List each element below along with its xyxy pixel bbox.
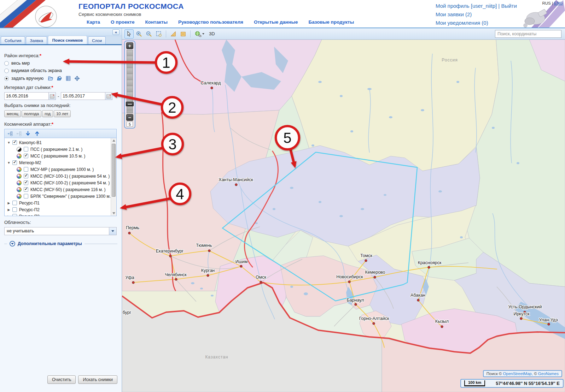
checkbox[interactable] bbox=[24, 194, 28, 198]
arrow-down-icon[interactable] bbox=[25, 131, 31, 136]
additional-params-toggle[interactable]: Дополнительные параметры bbox=[4, 241, 117, 247]
city-dot bbox=[428, 266, 430, 268]
expand-node-icon[interactable]: ▶ bbox=[7, 215, 11, 216]
roi-option-видимая область экрана[interactable]: видимая область экрана bbox=[4, 68, 117, 73]
radio-button[interactable] bbox=[4, 76, 9, 81]
tree-item[interactable]: КМСС (МСУ-50) ( разрешение 116 м. ) bbox=[6, 186, 116, 193]
checkbox[interactable] bbox=[12, 160, 17, 165]
map-canvas[interactable]: РоссияКазахстан СалехардХанты-МансийскПе… bbox=[122, 40, 565, 392]
zoom-extent-tool-icon[interactable] bbox=[154, 29, 163, 38]
zoom-in-tool-icon[interactable] bbox=[134, 29, 144, 38]
radio-button[interactable] bbox=[4, 69, 9, 73]
cloudiness-select[interactable]: не учитывать bbox=[4, 227, 117, 235]
scrollbar-thumb[interactable] bbox=[112, 144, 116, 197]
openstreetmap-link[interactable]: OpenStreetMap, bbox=[503, 372, 533, 376]
nav-link[interactable]: Руководство пользователя bbox=[178, 19, 243, 25]
arrow-up-icon[interactable] bbox=[34, 131, 40, 136]
zoom-slider-handle[interactable] bbox=[126, 102, 134, 106]
pan-select-tool-icon[interactable] bbox=[124, 29, 134, 38]
period-button-полгода[interactable]: полгода bbox=[22, 110, 41, 117]
checkbox[interactable] bbox=[24, 154, 28, 158]
tree-item[interactable]: ▶Ресурс-П2 bbox=[6, 206, 116, 213]
measure-area-tool-icon[interactable] bbox=[179, 29, 188, 38]
city-dot bbox=[441, 326, 443, 328]
tab-События[interactable]: События bbox=[1, 36, 25, 44]
chevron-down-icon[interactable] bbox=[10, 241, 15, 247]
tree-item[interactable]: МСУ-МР ( разрешение 1000 м. ) bbox=[6, 166, 116, 173]
checkbox[interactable] bbox=[12, 207, 17, 212]
collapse-node-icon[interactable]: ▼ bbox=[7, 161, 11, 165]
lang-eng[interactable]: ENG bbox=[554, 1, 563, 5]
tree-item[interactable]: ПСС ( разрешение 2.1 м. ) bbox=[6, 146, 116, 153]
map-search-input[interactable] bbox=[495, 30, 561, 38]
draw-polygon-icon[interactable] bbox=[57, 76, 62, 81]
nav-link[interactable]: Базовые продукты bbox=[308, 19, 354, 25]
tree-scrollbar[interactable] bbox=[111, 138, 116, 216]
expand-node-icon[interactable]: ▶ bbox=[7, 201, 11, 205]
tab-Поиск снимков[interactable]: Поиск снимков bbox=[48, 36, 87, 44]
checkbox[interactable] bbox=[12, 201, 17, 205]
lang-rus[interactable]: RUS bbox=[542, 1, 551, 5]
nav-link[interactable]: Открытые данные bbox=[254, 19, 298, 25]
tab-Заявка[interactable]: Заявка bbox=[26, 36, 47, 44]
header-nav: КартаО проектеКонтактыРуководство пользо… bbox=[87, 19, 354, 25]
clear-button[interactable]: Очистить bbox=[47, 375, 76, 384]
collapse-all-icon[interactable] bbox=[16, 131, 22, 136]
tree-item[interactable]: КМСС (МСУ-100-2) ( разрешение 54 м. ) bbox=[6, 179, 116, 186]
period-button-месяц[interactable]: месяц bbox=[4, 110, 21, 117]
zoom-out-button[interactable]: − bbox=[126, 114, 133, 121]
basemap-link-tool-icon[interactable] bbox=[193, 29, 206, 38]
tab-Слои[interactable]: Слои bbox=[88, 36, 106, 44]
roi-option-весь мир[interactable]: весь мир bbox=[4, 61, 117, 66]
zoom-out-tool-icon[interactable] bbox=[144, 29, 153, 38]
tree-item[interactable]: ▶Ресурс-П3 bbox=[6, 213, 116, 216]
nav-link[interactable]: Карта bbox=[87, 19, 100, 25]
chevron-down-icon[interactable] bbox=[109, 227, 116, 235]
tree-item[interactable]: МСС ( разрешение 10.5 м. ) bbox=[6, 153, 116, 159]
nav-link[interactable]: Контакты bbox=[145, 19, 168, 25]
expand-node-icon[interactable]: ▶ bbox=[7, 208, 11, 212]
collapse-node-icon[interactable]: ▼ bbox=[7, 141, 11, 144]
zoom-in-button[interactable]: + bbox=[126, 42, 133, 49]
radio-button[interactable] bbox=[4, 61, 9, 66]
checkbox[interactable] bbox=[24, 167, 28, 172]
tree-item[interactable]: КМСС (МСУ-100-1) ( разрешение 54 м. ) bbox=[6, 173, 116, 179]
expand-all-icon[interactable] bbox=[7, 131, 13, 136]
checkbox[interactable] bbox=[24, 180, 28, 185]
city-dot bbox=[235, 184, 237, 186]
open-file-icon[interactable] bbox=[48, 76, 53, 81]
sidebar-collapse-button[interactable]: « bbox=[112, 29, 120, 35]
tree-node-label: Ресурс-П2 bbox=[19, 207, 40, 212]
tree-item[interactable]: ▶Ресурс-П1 bbox=[6, 200, 116, 206]
geonames-link[interactable]: GeoNames bbox=[538, 372, 559, 376]
city-label: Улан-Удэ bbox=[539, 317, 558, 322]
period-button-10 лет[interactable]: 10 лет bbox=[54, 110, 71, 117]
roi-option-задать вручную[interactable]: задать вручную bbox=[4, 76, 117, 81]
checkbox[interactable] bbox=[12, 214, 17, 216]
zoom-slider-track[interactable] bbox=[127, 50, 133, 113]
nav-link[interactable]: О проекте bbox=[111, 19, 134, 25]
city-label: Салехард bbox=[200, 81, 221, 85]
date-from-input[interactable] bbox=[5, 93, 48, 100]
search-images-button[interactable]: Искать снимки bbox=[78, 375, 117, 384]
period-button-год[interactable]: год bbox=[42, 110, 53, 117]
mode-3d-button[interactable]: 3D bbox=[209, 31, 215, 36]
scroll-down-icon[interactable] bbox=[112, 212, 115, 214]
coords-table-icon[interactable] bbox=[65, 76, 71, 81]
checkbox[interactable] bbox=[12, 140, 17, 145]
user-link[interactable]: Мои уведомления (0) bbox=[436, 19, 517, 27]
measure-distance-tool-icon[interactable] bbox=[169, 29, 178, 38]
user-link[interactable]: Мой профиль [user_niitp] | Выйти bbox=[436, 2, 517, 10]
checkbox[interactable] bbox=[24, 187, 28, 192]
scroll-up-icon[interactable] bbox=[112, 139, 115, 142]
checkbox[interactable] bbox=[24, 147, 28, 152]
user-link[interactable]: Мои заявки (2) bbox=[436, 10, 517, 19]
date-to-input[interactable] bbox=[61, 93, 105, 100]
calendar-icon[interactable] bbox=[105, 93, 112, 100]
calendar-icon[interactable] bbox=[48, 93, 56, 100]
tree-item[interactable]: ▼Канопус-В1 bbox=[6, 139, 116, 146]
checkbox[interactable] bbox=[24, 174, 28, 178]
globe-select-icon[interactable] bbox=[74, 76, 80, 81]
tree-item[interactable]: БРЛК "Северянин" ( разрешение 1300 м. ) bbox=[6, 193, 116, 200]
tree-item[interactable]: ▼Метеор-М2 bbox=[6, 159, 116, 166]
